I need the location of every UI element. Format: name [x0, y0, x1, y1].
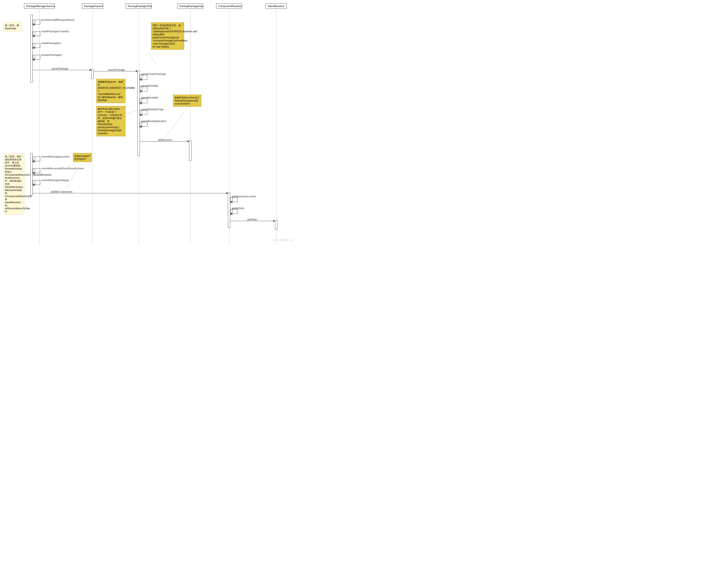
note-n1: 得到一些包的基本信息，如mBaseApkPath = "/data/app/vm… — [151, 22, 184, 50]
arrow-m6 — [94, 71, 137, 71]
note-text: 创建解析器parser，来解析ANDROID_MANIFEST_FILENAME… — [98, 81, 135, 102]
lifeline-ppi — [190, 9, 191, 244]
self-msg-m8 — [140, 87, 147, 91]
self-msg-m9 — [140, 99, 147, 103]
activation-pms-2 — [30, 153, 33, 195]
note-text: 将解析到的receiver放入ParsingPackageImpl的receiv… — [174, 96, 199, 105]
self-msg-m10 — [140, 110, 147, 115]
side-note-phase1: 第一阶段，解析package — [3, 22, 22, 31]
link-n1 — [149, 52, 156, 64]
self-msg-m1 — [33, 20, 40, 24]
msg-label-m1: processInstallRequestsAsync — [41, 18, 75, 21]
msg-label-m3: installPackagesLI — [41, 42, 61, 44]
note-text: 解析Android四大组件，对于一个包有多个receivers，order进行排… — [98, 108, 122, 135]
msg-label-m16: addAllComponents — [51, 190, 72, 193]
note-text: 得到一些包的基本信息，如mBaseApkPath = "/data/app/vm… — [153, 24, 200, 48]
activation-cr — [228, 193, 230, 228]
msg-label-m11: parseBaseApplication — [141, 120, 166, 123]
msg-label-m6: parsePackage — [108, 68, 125, 71]
msg-label-m7: parseClusterPackage — [141, 72, 166, 75]
activation-ir — [275, 220, 277, 230]
activation-ppu — [137, 71, 140, 156]
msg-label-m8: parseBaseApk — [141, 84, 158, 87]
arrow-m19 — [230, 221, 275, 221]
note-n5: 添加package中的所有组件 — [73, 153, 92, 162]
side-note-phase2: 第二阶段，将扫描结果保存在系统中，将之前receiver解析的ParsedAct… — [3, 153, 24, 214]
arrow-m12 — [140, 141, 189, 142]
self-msg-m3 — [33, 43, 40, 48]
self-msg-m15 — [33, 180, 40, 185]
note-n4: 将解析到的receiver放入ParsingPackageImpl的receiv… — [173, 94, 201, 107]
msg-label-m19: addFilter — [247, 218, 257, 221]
self-msg-m11 — [140, 122, 147, 127]
link-n3 — [126, 110, 138, 113]
self-msg-m14 — [33, 168, 40, 173]
msg-label-m10: parseBaseApkTags — [141, 108, 164, 111]
self-msg-m7 — [140, 75, 147, 80]
note-text: 添加package中的所有组件 — [74, 155, 90, 160]
self-msg-m2 — [33, 31, 40, 36]
lifeline-head-ppu: ParsingPackageUtils — [126, 3, 152, 9]
lifeline-head-pms: PackageManagerService — [24, 3, 55, 9]
msg-label-m17: addReceiversLocked — [232, 195, 256, 198]
self-msg-m4 — [33, 55, 40, 60]
msg-label-m9: parseBaseApk — [141, 96, 158, 99]
activation-pp2 — [91, 69, 94, 79]
lifeline-head-cr: ComponentResolver — [216, 3, 242, 9]
msg-label-m5: parsePackage — [52, 67, 68, 70]
msg-label-m2: installPackagesTracedLI — [41, 30, 69, 33]
msg-label-m13: commitPackagesLocked — [41, 155, 69, 158]
note-n3: 解析Android四大组件，对于一个包有多个receivers，order进行排… — [96, 106, 126, 136]
self-msg-m17 — [230, 197, 238, 202]
msg-label-m18: addActivity — [232, 207, 244, 210]
msg-label-m4: preparePackageLI — [41, 54, 62, 56]
arrow-m16 — [33, 193, 228, 193]
self-msg-m18 — [230, 209, 238, 214]
self-msg-m13 — [33, 156, 40, 161]
msg-label-m15: commitPackageSettings — [41, 179, 69, 182]
lifeline-head-ppi: ParsingPackageImpl — [177, 3, 203, 9]
link-n4 — [165, 112, 184, 139]
arrow-m5 — [33, 70, 91, 70]
note-n2: 创建解析器parser，来解析ANDROID_MANIFEST_FILENAME… — [96, 79, 126, 103]
lifeline-pp2 — [92, 9, 93, 244]
activation-ppi — [189, 141, 191, 161]
lifeline-head-ir: IntentResolver — [265, 3, 287, 9]
watermark: CSDN @修理工.yin — [273, 238, 293, 242]
lifeline-head-pp2: PackageParser2 — [82, 3, 103, 9]
